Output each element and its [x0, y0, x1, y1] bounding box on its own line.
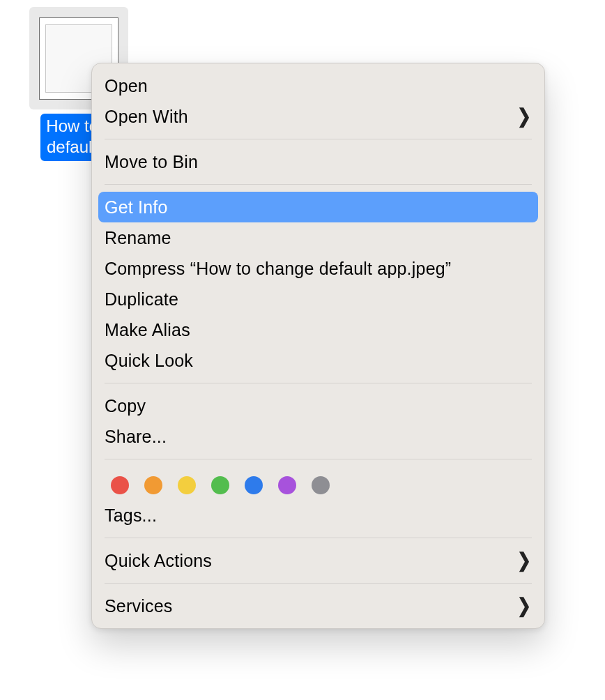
menu-item-quick-actions[interactable]: Quick Actions ❯	[92, 545, 544, 576]
menu-item-get-info[interactable]: Get Info	[98, 192, 538, 222]
menu-item-label: Quick Look	[105, 351, 193, 371]
menu-item-open[interactable]: Open	[92, 70, 544, 101]
menu-separator	[105, 583, 532, 584]
menu-item-label: Move to Bin	[105, 152, 198, 172]
chevron-right-icon: ❯	[517, 107, 531, 126]
menu-item-label: Make Alias	[105, 320, 190, 340]
menu-item-share[interactable]: Share...	[92, 421, 544, 452]
menu-item-copy[interactable]: Copy	[92, 390, 544, 421]
menu-item-open-with[interactable]: Open With ❯	[92, 101, 544, 132]
menu-item-rename[interactable]: Rename	[92, 222, 544, 253]
tag-dot-red[interactable]	[111, 476, 129, 494]
menu-item-label: Compress “How to change default app.jpeg…	[105, 259, 451, 279]
menu-item-quick-look[interactable]: Quick Look	[92, 345, 544, 376]
tags-color-row	[92, 466, 544, 500]
tag-dot-purple[interactable]	[278, 476, 296, 494]
menu-item-make-alias[interactable]: Make Alias	[92, 314, 544, 345]
menu-item-label: Tags...	[105, 505, 157, 526]
menu-item-label: Rename	[105, 228, 171, 248]
menu-item-label: Services	[105, 596, 172, 616]
chevron-right-icon: ❯	[517, 596, 531, 616]
menu-separator	[105, 383, 532, 383]
menu-item-tags[interactable]: Tags...	[92, 500, 544, 531]
tag-dot-green[interactable]	[211, 476, 229, 494]
menu-item-label: Open	[105, 76, 148, 96]
tag-dot-orange[interactable]	[144, 476, 162, 494]
tag-dot-yellow[interactable]	[178, 476, 196, 494]
menu-item-services[interactable]: Services ❯	[92, 591, 544, 621]
tag-dot-blue[interactable]	[245, 476, 263, 494]
menu-item-compress[interactable]: Compress “How to change default app.jpeg…	[92, 253, 544, 284]
menu-item-label: Get Info	[105, 197, 168, 218]
context-menu: Open Open With ❯ Move to Bin Get Info Re…	[91, 63, 545, 629]
menu-separator	[105, 184, 532, 185]
menu-item-label: Open With	[105, 107, 188, 127]
menu-separator	[105, 139, 532, 139]
menu-item-duplicate[interactable]: Duplicate	[92, 284, 544, 314]
chevron-right-icon: ❯	[517, 551, 531, 570]
menu-item-label: Share...	[105, 427, 167, 447]
menu-item-label: Quick Actions	[105, 551, 212, 571]
menu-separator	[105, 459, 532, 459]
menu-item-label: Duplicate	[105, 289, 178, 310]
tag-dot-gray[interactable]	[312, 476, 330, 494]
menu-separator	[105, 538, 532, 538]
menu-item-label: Copy	[105, 396, 146, 416]
menu-item-move-to-bin[interactable]: Move to Bin	[92, 146, 544, 177]
